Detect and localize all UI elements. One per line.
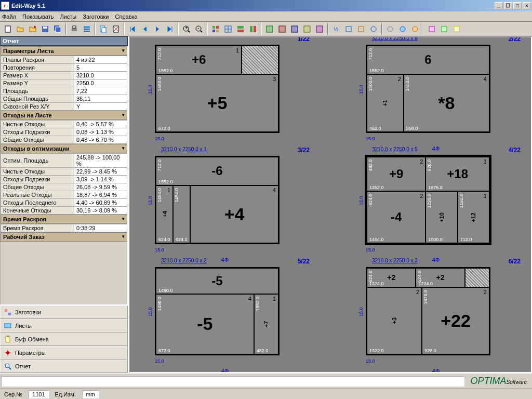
property-row: Оптим. Площадь245,88 -> 100,00 %: [1, 154, 127, 168]
section-header[interactable]: Рабочий Заказ▾: [1, 232, 127, 242]
tool-d-button[interactable]: [368, 23, 379, 35]
sheet-layout[interactable]: 2/223210.0 x 2250.0 x 615.061552.0712.0+…: [351, 43, 521, 144]
cut-piece[interactable]: +53672.01490.0: [156, 74, 278, 132]
minimize-button[interactable]: _: [495, 2, 503, 9]
grid2-button[interactable]: [222, 23, 234, 35]
tool-i-button[interactable]: [438, 23, 450, 35]
cut-piece[interactable]: +71482.01352.0: [254, 294, 278, 354]
open2-button[interactable]: [27, 23, 38, 35]
grid3-button[interactable]: [235, 23, 246, 35]
sheet-layout[interactable]: 3/223210.0 x 2250.0 x 115.0-61552.0712.0…: [140, 154, 310, 256]
cut-piece[interactable]: +1811676.0926.0: [425, 157, 489, 191]
nav-pieces[interactable]: Заготовки: [0, 305, 128, 319]
sheet-layout[interactable]: 1/2215.0+611552.0712.0+53672.01490.015.0: [140, 43, 310, 144]
restore-button[interactable]: ❐: [504, 2, 512, 9]
zoomout-button[interactable]: -: [193, 23, 205, 35]
layout3-button[interactable]: [289, 23, 300, 35]
section-header[interactable]: Время Раскроя▾: [1, 215, 127, 224]
last-button[interactable]: [164, 23, 176, 35]
tool-g-button[interactable]: [409, 23, 421, 35]
property-row: Время Раскроя0:38:29: [1, 224, 127, 232]
sheet-layout[interactable]: 4/223210.0 x 2250.0 x 515.0+921352.0482.…: [351, 154, 521, 256]
cut-piece[interactable]: -54672.01490.0: [156, 294, 254, 354]
saveall-button[interactable]: [52, 23, 63, 35]
nav-params[interactable]: Параметры: [0, 346, 128, 360]
section-header[interactable]: Отходы на Листе▾: [1, 111, 127, 120]
cut-piece[interactable]: +21224.0524.0: [416, 268, 464, 287]
margin-bottom-label: 15.0: [366, 358, 375, 364]
menu-file[interactable]: Файл: [2, 14, 16, 20]
layout5-button[interactable]: [314, 23, 325, 35]
pieces-icon: [4, 308, 12, 316]
serial-value: 1101: [29, 390, 48, 398]
cut-piece[interactable]: +41624.01454.0: [156, 185, 173, 243]
tool-f-button[interactable]: [397, 23, 408, 35]
cut-piece[interactable]: -51490.0: [156, 268, 278, 294]
section-header[interactable]: Параметры Листа▾: [1, 46, 127, 56]
sheet-layout[interactable]: 5/223210.0 x 2250.0 x 215.0-51490.0-5467…: [140, 265, 310, 367]
layout4-button[interactable]: [301, 23, 313, 35]
cut-piece[interactable]: 61552.0712.0: [367, 46, 489, 74]
svg-point-43: [400, 26, 405, 32]
cut-piece[interactable]: 624.01454.0: [173, 185, 190, 243]
logo: OPTIMASoftware: [467, 376, 531, 387]
close-button[interactable]: ×: [523, 2, 531, 9]
tool-a-button[interactable]: ½: [330, 23, 342, 35]
cut-piece[interactable]: +21224.0524.0: [367, 268, 416, 287]
cut-piece[interactable]: +222926.01676.0: [422, 287, 489, 354]
tool-h-button[interactable]: [426, 23, 437, 35]
sheet-layout[interactable]: 6/223210.0 x 2250.0 x 315.0+21224.0524.0…: [351, 265, 521, 367]
grid4-button[interactable]: [247, 23, 259, 35]
svg-rect-32: [254, 26, 256, 32]
cut-piece[interactable]: +121712.01192.0: [458, 191, 489, 243]
copy-button[interactable]: [98, 23, 109, 35]
tool-j-button[interactable]: [451, 23, 462, 35]
next-button[interactable]: [152, 23, 163, 35]
command-input[interactable]: [1, 376, 464, 387]
cut-piece[interactable]: *84558.01450.0: [404, 74, 489, 132]
cut-piece[interactable]: +321322.0: [367, 287, 422, 354]
layout2-button[interactable]: [276, 23, 288, 35]
layout1-button[interactable]: [264, 23, 275, 35]
prev-button[interactable]: [139, 23, 151, 35]
tool-c-button[interactable]: [355, 23, 367, 35]
cut-piece[interactable]: +44: [190, 185, 278, 243]
delete-button[interactable]: [110, 23, 122, 35]
property-row: Отходы Подрезки3,09 -> 1,14 %: [1, 176, 127, 183]
menu-help[interactable]: Справка: [115, 14, 138, 20]
svg-rect-33: [267, 26, 273, 32]
save-button[interactable]: [39, 23, 51, 35]
cut-piece[interactable]: +611552.0712.0: [156, 46, 242, 74]
cut-piece[interactable]: -421454.0624.0: [367, 191, 425, 243]
menu-show[interactable]: Показывать: [22, 14, 54, 20]
sheet-id: 5/22: [298, 258, 310, 265]
section-header[interactable]: Отходы в оптимизации▾: [1, 144, 127, 153]
svg-rect-0: [5, 26, 10, 32]
svg-rect-40: [358, 26, 364, 32]
nav-clipboard[interactable]: Буф.Обмена: [0, 332, 128, 346]
print-button[interactable]: [69, 23, 80, 35]
first-button[interactable]: [127, 23, 138, 35]
property-row: Размер X3210.0: [1, 72, 127, 79]
zoomin-button[interactable]: +: [181, 23, 192, 35]
new-button[interactable]: [2, 23, 14, 35]
open-button[interactable]: [15, 23, 26, 35]
list-button[interactable]: [81, 23, 92, 35]
tool-e-button[interactable]: [384, 23, 396, 35]
tool-b-button[interactable]: [343, 23, 354, 35]
cut-piece[interactable]: +101000.01220.0: [425, 191, 457, 243]
maximize-button[interactable]: □: [513, 2, 522, 9]
menu-sheets[interactable]: Листы: [60, 14, 76, 20]
property-row: Конечные Отходы30,16 -> 8,09 %: [1, 207, 127, 215]
nav-report[interactable]: Отчет: [0, 360, 128, 373]
menu-pieces[interactable]: Заготовки: [83, 14, 109, 20]
property-row: Чистые Отходы22,99 -> 8,45 %: [1, 168, 127, 176]
grid1-button[interactable]: [210, 23, 221, 35]
main-canvas[interactable]: 1/2215.0+611552.0712.0+53672.01490.015.0…: [129, 36, 532, 373]
cut-piece[interactable]: +921352.0482.0: [367, 157, 425, 191]
cut-piece[interactable]: +12462.01500.0: [367, 74, 404, 132]
cut-piece[interactable]: -61552.0712.0: [156, 157, 278, 185]
nav-sheets[interactable]: Листы: [0, 319, 128, 332]
svg-point-53: [6, 351, 9, 354]
svg-rect-46: [442, 26, 447, 32]
